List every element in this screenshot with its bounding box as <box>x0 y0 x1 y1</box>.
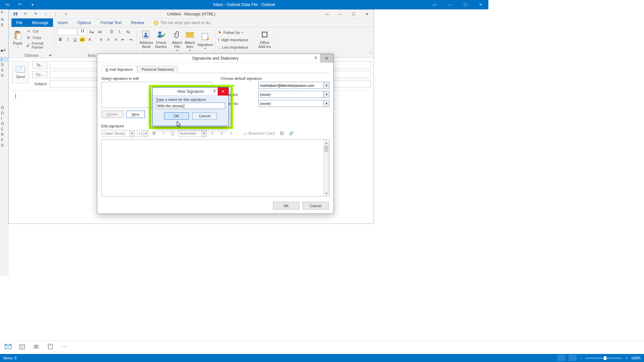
tab-file[interactable]: File <box>11 18 27 27</box>
paste-button[interactable]: Paste ▾ <box>11 29 24 49</box>
ribbon-display-options-icon[interactable]: ▭ <box>427 0 442 9</box>
bold-button[interactable]: B <box>57 37 64 43</box>
follow-up-button[interactable]: ⚑ Follow Up▾ <box>218 29 251 36</box>
shrink-font-icon[interactable]: A▾ <box>96 28 104 35</box>
copy-button[interactable]: ⧉Copy <box>26 35 51 40</box>
insert-hyperlink-icon[interactable]: 🔗 <box>287 130 295 137</box>
more-modules-icon[interactable]: ⋯ <box>61 343 68 350</box>
signature-button[interactable]: Signature▾ <box>197 31 213 50</box>
sig-font-size-select[interactable]: 11▾ <box>137 130 148 137</box>
sig-underline-button[interactable]: U <box>169 130 176 137</box>
close-icon[interactable]: ✕ <box>360 10 374 18</box>
low-importance-button[interactable]: ↓ Low Importance <box>218 44 251 51</box>
new-messages-select[interactable]: (none)▾ <box>258 91 329 98</box>
outlook-app-icon[interactable]: O <box>2 1 12 8</box>
scroll-thumb[interactable] <box>324 145 328 152</box>
font-color-button[interactable]: A <box>87 37 93 43</box>
maximize-icon[interactable]: ☐ <box>458 0 473 9</box>
zoom-out-icon[interactable]: − <box>580 356 582 360</box>
new-signature-button[interactable]: New <box>126 111 145 118</box>
people-module-icon[interactable] <box>33 343 40 350</box>
close-icon[interactable]: ✕ <box>218 87 228 96</box>
address-book-button[interactable]: Address Book <box>140 28 153 49</box>
save-icon[interactable] <box>11 10 20 18</box>
format-painter-button[interactable]: 🖌Format Painter <box>26 41 51 49</box>
font-name-combo[interactable] <box>57 28 77 35</box>
align-right-icon[interactable]: ≡ <box>112 37 119 43</box>
help-icon[interactable]: ? <box>210 87 218 96</box>
send-button[interactable]: Send <box>12 61 29 83</box>
zoom-in-icon[interactable]: + <box>626 356 628 360</box>
redo-icon[interactable]: ↷ <box>31 10 40 18</box>
sig-align-center-icon[interactable]: ≡ <box>218 130 225 137</box>
qat-customize-icon[interactable]: ▾ <box>28 1 38 8</box>
sig-font-name-select[interactable]: Calibri (Body)▾ <box>101 130 135 137</box>
insert-picture-icon[interactable]: 🖼 <box>278 130 285 137</box>
undo-icon[interactable]: ↶ <box>21 10 30 18</box>
previous-item-icon[interactable]: ↑ <box>41 10 50 18</box>
sig-align-right-icon[interactable]: ≡ <box>227 130 235 137</box>
increase-indent-icon[interactable]: ⇥ <box>127 37 134 43</box>
to-button[interactable]: To... <box>32 61 48 69</box>
tasks-module-icon[interactable] <box>47 343 54 350</box>
minimize-icon[interactable]: — <box>333 10 347 18</box>
tab-review[interactable]: Review <box>126 18 149 27</box>
cut-button[interactable]: ✂Cut <box>26 28 51 34</box>
cc-button[interactable]: Cc... <box>32 71 48 78</box>
maximize-icon[interactable]: ☐ <box>347 10 360 18</box>
tab-personal-stationery[interactable]: Personal Stationery <box>137 66 178 73</box>
signature-edit-area[interactable]: ▴ ▾ <box>101 139 329 196</box>
grow-font-icon[interactable]: A▴ <box>88 28 95 35</box>
tab-email-signature[interactable]: E-mail Signature <box>101 66 137 73</box>
scrollbar[interactable]: ▴ ▾ <box>323 140 329 196</box>
tab-insert[interactable]: Insert <box>53 18 72 27</box>
email-account-select[interactable]: marklabarr@blenderpassion.com▾ <box>258 82 329 89</box>
sig-bold-button[interactable]: B <box>150 130 158 137</box>
bullets-icon[interactable]: ☰ <box>108 28 115 35</box>
new-signature-name-input[interactable]: With the utmost, <box>156 103 225 109</box>
align-center-icon[interactable]: ≡ <box>105 37 112 43</box>
decrease-indent-icon[interactable]: ⇤ <box>120 37 126 43</box>
calendar-module-icon[interactable] <box>19 343 25 350</box>
collapse-ribbon-icon[interactable]: ˄ <box>370 52 372 56</box>
normal-view-icon[interactable] <box>557 355 565 361</box>
new-signature-ok-button[interactable]: OK <box>164 112 189 120</box>
next-item-icon[interactable]: ↓ <box>51 10 60 18</box>
clipboard-launcher-icon[interactable]: ◢ <box>49 53 53 57</box>
signatures-ok-button[interactable]: OK <box>273 202 299 209</box>
tab-message[interactable]: Message <box>27 18 53 27</box>
sig-font-color-select[interactable]: Automatic▾ <box>178 130 207 137</box>
zoom-thumb[interactable] <box>604 356 606 360</box>
highlight-button[interactable]: ab <box>79 37 86 43</box>
scroll-down-icon[interactable]: ▾ <box>324 190 329 196</box>
mail-module-icon[interactable] <box>5 343 11 350</box>
help-icon[interactable]: ? <box>311 54 320 63</box>
check-names-button[interactable]: Check Names <box>155 28 167 49</box>
close-icon[interactable]: ✕ <box>473 0 488 9</box>
reading-view-icon[interactable] <box>569 355 577 361</box>
outdent-indent-icon[interactable]: ⇆ <box>124 28 132 35</box>
sig-italic-button[interactable]: I <box>160 130 167 137</box>
close-icon[interactable]: ✕ <box>320 54 333 63</box>
tell-me-search[interactable]: Tell me what you want to do... <box>149 18 218 27</box>
underline-button[interactable]: U <box>72 37 78 43</box>
qat-customize-icon[interactable]: ▾ <box>61 10 70 18</box>
tab-options[interactable]: Options <box>72 18 96 27</box>
align-left-icon[interactable]: ≡ <box>98 37 104 43</box>
sig-align-left-icon[interactable]: ≡ <box>209 130 216 137</box>
high-importance-button[interactable]: ! High Importance <box>218 37 251 43</box>
delete-signature-button[interactable]: Delete <box>101 111 123 118</box>
zoom-slider[interactable] <box>585 358 622 359</box>
italic-button[interactable]: I <box>64 37 71 43</box>
signatures-cancel-button[interactable]: Cancel <box>303 202 329 209</box>
ribbon-display-options-icon[interactable]: ▭ <box>320 10 333 18</box>
zoom-level[interactable]: 100% <box>631 356 641 360</box>
minimize-icon[interactable]: — <box>442 0 458 9</box>
attach-file-button[interactable]: Attach File▾ <box>172 28 182 52</box>
office-addins-button[interactable]: Office Add-ins <box>257 28 272 49</box>
font-size-combo[interactable]: 11 <box>78 28 87 35</box>
replies-forwards-select[interactable]: (none)▾ <box>258 100 329 107</box>
new-signature-cancel-button[interactable]: Cancel <box>192 112 217 120</box>
undo-icon[interactable]: ↶ <box>15 1 25 8</box>
tab-format-text[interactable]: Format Text <box>96 18 126 27</box>
